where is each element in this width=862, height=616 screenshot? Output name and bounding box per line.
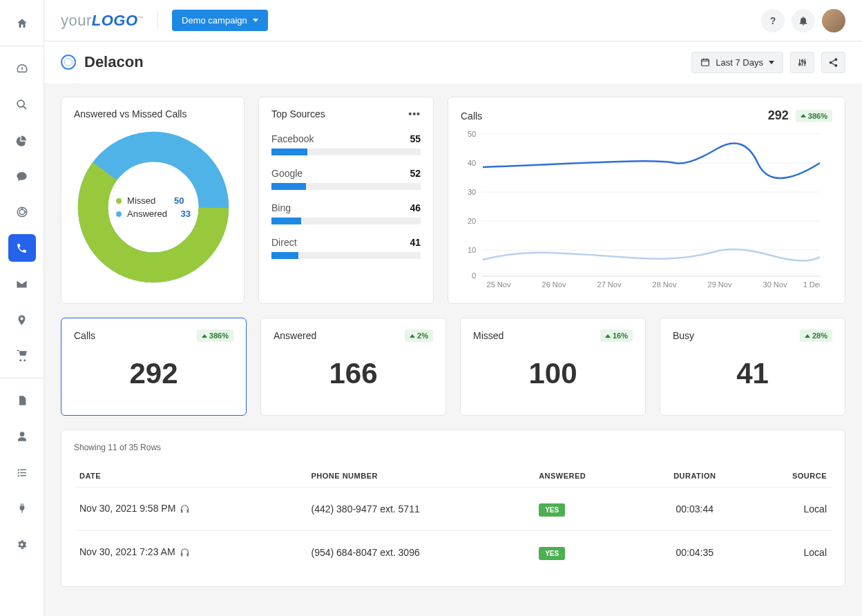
calls-chart-card: Calls 292 386% 50403020100 25 Nov26 xyxy=(448,97,845,304)
pin-icon xyxy=(16,314,28,326)
legend-answered: Answered xyxy=(127,209,167,219)
nav-target[interactable] xyxy=(8,198,36,226)
date-range-picker[interactable]: Last 7 Days xyxy=(691,52,783,73)
calendar-icon xyxy=(700,57,710,67)
pie-chart-icon xyxy=(16,135,28,146)
svg-point-9 xyxy=(834,64,837,67)
svg-text:0: 0 xyxy=(472,271,476,280)
sliders-icon xyxy=(797,57,807,68)
source-row: Direct41 xyxy=(271,237,421,259)
logo: yourLOGO™ xyxy=(61,12,144,30)
svg-point-5 xyxy=(801,59,803,61)
cart-icon xyxy=(16,349,28,362)
page-title: Delacon xyxy=(84,53,144,71)
nav-user[interactable] xyxy=(8,423,36,450)
chat-icon xyxy=(16,171,28,182)
col-date[interactable]: DATE xyxy=(74,465,306,488)
svg-text:40: 40 xyxy=(468,159,476,167)
headphones-icon[interactable] xyxy=(180,503,190,515)
svg-text:27 Nov: 27 Nov xyxy=(597,280,622,289)
target-icon xyxy=(16,206,28,218)
card-title: Calls xyxy=(461,110,482,122)
share-icon xyxy=(828,57,839,68)
answered-vs-missed-card: Answered vs Missed Calls Missed 50 Answe… xyxy=(61,97,245,304)
table-row[interactable]: Nov 30, 2021 9:58 PM(442) 380-9477 ext. … xyxy=(74,488,832,531)
source-row: Bing46 xyxy=(271,202,421,224)
sidebar xyxy=(0,0,44,616)
brand-icon xyxy=(61,55,76,70)
help-button[interactable]: ? xyxy=(761,9,785,32)
calls-table: DATE PHONE NUMBER ANSWERED DURATION SOUR… xyxy=(74,465,832,574)
nav-home[interactable] xyxy=(8,10,36,37)
nav-chat[interactable] xyxy=(8,162,36,190)
chevron-down-icon xyxy=(253,19,258,22)
kpi-missed[interactable]: Missed16%100 xyxy=(460,318,646,416)
nav-calls[interactable] xyxy=(8,234,36,262)
more-icon[interactable]: ••• xyxy=(408,108,421,119)
svg-text:50: 50 xyxy=(468,130,476,138)
svg-text:25 Nov: 25 Nov xyxy=(487,280,511,289)
col-answered[interactable]: ANSWERED xyxy=(533,465,644,488)
card-title: Top Sources xyxy=(271,108,325,119)
svg-rect-3 xyxy=(702,59,709,66)
svg-point-7 xyxy=(834,58,837,61)
nav-dashboard[interactable] xyxy=(8,55,36,82)
calls-total: 292 xyxy=(768,108,789,123)
document-icon xyxy=(17,395,28,406)
calls-table-card: Showing 11 of 35 Rows DATE PHONE NUMBER … xyxy=(61,430,845,587)
plug-icon xyxy=(17,503,28,514)
svg-point-6 xyxy=(804,61,806,64)
source-row: Facebook55 xyxy=(271,133,421,155)
bell-icon xyxy=(798,15,809,26)
nav-email[interactable] xyxy=(8,270,36,298)
campaign-selector[interactable]: Demo campaign xyxy=(172,10,268,31)
source-row: Google52 xyxy=(271,168,421,190)
table-row[interactable]: Nov 30, 2021 7:23 AM(954) 684-8047 ext. … xyxy=(74,530,832,573)
nav-cart[interactable] xyxy=(8,342,36,369)
list-icon xyxy=(16,467,28,479)
kpi-busy[interactable]: Busy28%41 xyxy=(660,318,845,416)
topbar: yourLOGO™ Demo campaign ? xyxy=(44,0,862,41)
svg-text:30: 30 xyxy=(468,188,476,196)
col-duration[interactable]: DURATION xyxy=(644,465,745,488)
avatar[interactable] xyxy=(822,9,845,32)
top-sources-card: Top Sources ••• Facebook55Google52Bing46… xyxy=(258,97,434,304)
user-icon xyxy=(17,431,28,442)
gauge-icon xyxy=(16,62,28,75)
headphones-icon[interactable] xyxy=(180,547,190,559)
nav-reports[interactable] xyxy=(8,387,36,414)
svg-point-2 xyxy=(19,209,25,215)
svg-text:29 Nov: 29 Nov xyxy=(708,280,732,289)
chevron-down-icon xyxy=(769,61,774,64)
share-button[interactable] xyxy=(821,52,845,73)
nav-location[interactable] xyxy=(8,306,36,334)
table-showing: Showing 11 of 35 Rows xyxy=(74,443,832,452)
svg-text:26 Nov: 26 Nov xyxy=(542,280,566,289)
kpi-answered[interactable]: Answered2%166 xyxy=(260,318,446,416)
svg-text:1 Dec: 1 Dec xyxy=(803,280,820,289)
envelope-icon xyxy=(16,278,28,290)
svg-point-8 xyxy=(830,61,832,64)
line-chart: 50403020100 25 Nov26 Nov27 Nov28 Nov29 N… xyxy=(461,123,820,289)
gear-icon xyxy=(16,539,28,550)
nav-tasks[interactable] xyxy=(8,459,36,486)
nav-settings[interactable] xyxy=(8,530,36,558)
svg-text:10: 10 xyxy=(468,246,476,254)
filter-button[interactable] xyxy=(790,52,814,73)
nav-search[interactable] xyxy=(8,90,36,118)
subheader: Delacon Last 7 Days xyxy=(44,41,862,83)
search-icon xyxy=(16,99,28,110)
home-icon xyxy=(16,17,28,30)
svg-text:30 Nov: 30 Nov xyxy=(763,280,787,289)
col-phone[interactable]: PHONE NUMBER xyxy=(306,465,534,488)
legend-missed: Missed xyxy=(127,195,155,206)
col-source[interactable]: SOURCE xyxy=(745,465,832,488)
phone-icon xyxy=(16,242,28,254)
card-title: Answered vs Missed Calls xyxy=(74,108,231,119)
svg-point-4 xyxy=(799,63,801,65)
nav-analytics[interactable] xyxy=(8,126,36,154)
nav-integrations[interactable] xyxy=(8,494,36,522)
kpi-calls[interactable]: Calls386%292 xyxy=(61,318,247,416)
calls-change-badge: 386% xyxy=(796,110,832,122)
notifications-button[interactable] xyxy=(792,9,815,32)
